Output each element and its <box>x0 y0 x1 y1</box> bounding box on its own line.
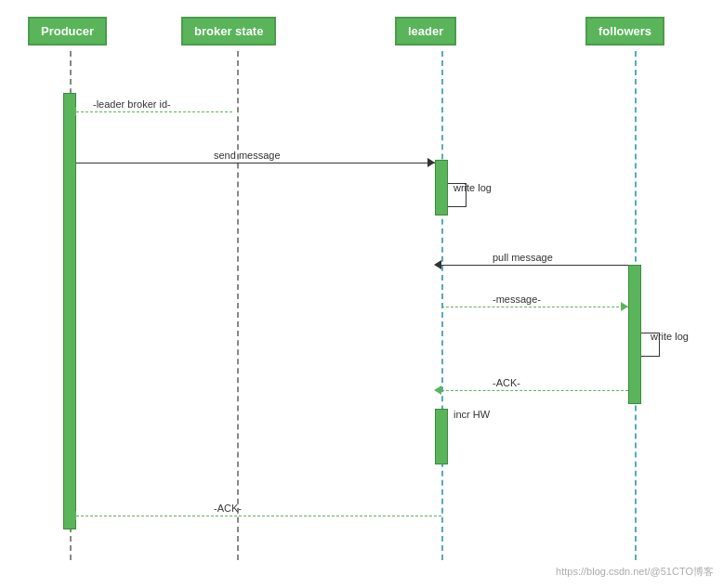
arrow-send-message <box>76 163 435 163</box>
sequence-diagram: Producer broker state leader followers -… <box>0 0 723 588</box>
activation-producer <box>63 93 76 529</box>
label-pull-message: pull message <box>493 252 553 263</box>
label-write-log-followers: write log <box>651 331 689 342</box>
label-ack-followers-leader: -ACK- <box>493 377 520 388</box>
actor-followers: followers <box>585 17 664 46</box>
arrowhead-ack-leader-producer <box>69 511 76 520</box>
arrow-ack-leader-producer <box>76 516 441 516</box>
actor-broker-state: broker state <box>181 17 276 46</box>
arrow-message <box>441 307 628 307</box>
arrow-ack-followers-leader <box>441 390 628 391</box>
arrowhead-leader-broker-id <box>69 107 76 116</box>
activation-followers-1 <box>628 265 641 404</box>
actor-producer: Producer <box>28 17 107 46</box>
actor-leader: leader <box>395 17 456 46</box>
arrowhead-send-message <box>427 158 435 167</box>
label-message: -message- <box>493 294 541 305</box>
label-send-message: send message <box>214 150 281 161</box>
label-ack-leader-producer: -ACK- <box>214 503 242 514</box>
watermark: https://blog.csdn.net/@51CTO博客 <box>556 565 714 579</box>
lifeline-leader <box>441 51 443 560</box>
arrow-leader-broker-id <box>76 111 232 112</box>
activation-leader-1 <box>435 160 448 216</box>
arrowhead-message <box>621 302 628 311</box>
label-write-log-leader: write log <box>454 182 492 193</box>
lifeline-broker-state <box>237 51 239 560</box>
arrowhead-ack-followers-leader <box>434 385 441 395</box>
arrow-pull-message <box>441 265 628 266</box>
label-leader-broker-id: -leader broker id- <box>93 98 171 110</box>
arrowhead-pull-message <box>434 260 441 269</box>
activation-leader-2 <box>435 409 448 464</box>
label-incr-hw: incr HW <box>454 409 490 420</box>
